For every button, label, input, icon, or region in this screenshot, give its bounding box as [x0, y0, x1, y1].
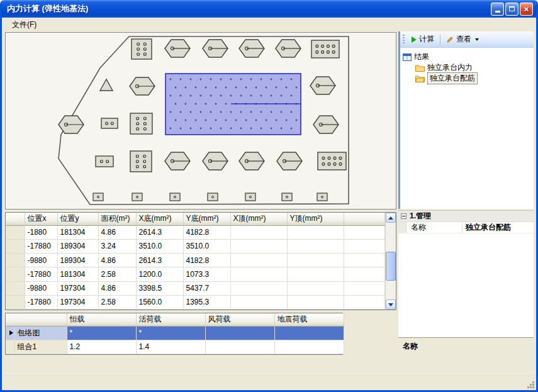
- table-cell[interactable]: 2.58: [98, 267, 136, 281]
- titlebar[interactable]: 内力计算 (弹性地基法) ×: [2, 0, 536, 18]
- tree-item-peijin[interactable]: 独立承台配筋: [403, 73, 531, 84]
- table-cell[interactable]: [287, 225, 344, 239]
- pile-cap-rect[interactable]: [130, 151, 152, 172]
- table-cell[interactable]: 181304: [57, 225, 98, 239]
- table-cell[interactable]: -17880: [25, 267, 57, 281]
- pile-cap-rect[interactable]: [318, 152, 346, 170]
- table-cell[interactable]: 1.4: [136, 340, 205, 354]
- table-cell[interactable]: *: [136, 326, 205, 340]
- table-cell[interactable]: [230, 254, 287, 267]
- table-cell[interactable]: 189304: [57, 254, 98, 267]
- scrollbar-track[interactable]: [386, 223, 396, 300]
- table-cell[interactable]: [230, 281, 287, 295]
- pile-cap-rect[interactable]: [101, 118, 118, 128]
- minimize-button[interactable]: [491, 3, 504, 16]
- pile-marker[interactable]: [170, 193, 180, 201]
- column-header[interactable]: Y顶(mm²): [287, 213, 344, 225]
- table-cell[interactable]: [274, 340, 344, 354]
- table-cell[interactable]: -9880: [25, 281, 57, 295]
- property-value[interactable]: 独立承台配筋: [462, 222, 534, 233]
- table-cell[interactable]: -9880: [25, 254, 57, 267]
- row-header[interactable]: [6, 281, 25, 295]
- table-cell[interactable]: 4182.8: [183, 254, 230, 267]
- table-cell[interactable]: 2614.3: [136, 254, 183, 267]
- column-header[interactable]: 位置x: [25, 213, 57, 225]
- row-header[interactable]: [6, 239, 25, 253]
- site-plan-panel[interactable]: [5, 32, 396, 210]
- pile-marker[interactable]: [317, 193, 327, 201]
- collapse-icon[interactable]: [401, 213, 406, 219]
- column-header[interactable]: Y底(mm²): [183, 213, 230, 225]
- table-cell[interactable]: [287, 239, 344, 253]
- scroll-down-button[interactable]: [386, 300, 396, 310]
- table-cell[interactable]: [287, 281, 344, 295]
- table-cell[interactable]: 4182.8: [183, 225, 230, 239]
- table-cell[interactable]: 181304: [57, 267, 98, 281]
- combo-row-combo1[interactable]: 组合1 1.2 1.4: [6, 340, 344, 354]
- table-cell[interactable]: -17880: [25, 295, 57, 309]
- table-cell[interactable]: 1200.0: [136, 267, 183, 281]
- table-cell[interactable]: [274, 326, 344, 340]
- pile-cap-rect[interactable]: [130, 113, 152, 134]
- row-indicator[interactable]: [6, 326, 14, 340]
- pile-marker[interactable]: [208, 193, 218, 201]
- table-cell[interactable]: 1395.3: [183, 295, 230, 309]
- table-row[interactable]: -17880 197304 2.58 1560.0 1395.3: [6, 295, 385, 309]
- table-cell[interactable]: -17880: [25, 239, 57, 253]
- row-header[interactable]: [6, 254, 25, 267]
- table-cell[interactable]: 1560.0: [136, 295, 183, 309]
- table-cell[interactable]: [287, 267, 344, 281]
- table-cell[interactable]: 3510.0: [183, 239, 230, 253]
- table-row[interactable]: -17880 189304 3.24 3510.0 3510.0: [6, 239, 385, 253]
- table-cell[interactable]: *: [67, 326, 136, 340]
- row-header[interactable]: [6, 267, 25, 281]
- pile-cap-triangle[interactable]: [100, 79, 113, 91]
- column-header[interactable]: 位置y: [57, 213, 98, 225]
- table-cell[interactable]: [205, 326, 274, 340]
- table-row[interactable]: -9880 197304 4.86 3398.5 5437.7: [6, 281, 385, 295]
- table-cell[interactable]: -1880: [25, 225, 57, 239]
- column-header[interactable]: 地震荷载: [274, 313, 344, 326]
- table-cell[interactable]: 4.86: [98, 225, 136, 239]
- column-header[interactable]: 活荷载: [136, 313, 205, 326]
- scrollbar-thumb[interactable]: [386, 252, 396, 281]
- result-table-scrollbar[interactable]: [385, 213, 396, 310]
- table-cell[interactable]: 3398.5: [136, 281, 183, 295]
- view-button[interactable]: 查看: [443, 32, 482, 47]
- pile-cap-rect[interactable]: [132, 39, 152, 59]
- table-cell[interactable]: 197304: [57, 281, 98, 295]
- combo-row-label[interactable]: 组合1: [14, 340, 67, 354]
- combo-row-envelope[interactable]: 包络图 * *: [6, 326, 344, 340]
- pile-marker[interactable]: [282, 193, 292, 201]
- pile-cap-rect[interactable]: [96, 156, 113, 167]
- combo-row-label[interactable]: 包络图: [14, 326, 67, 340]
- table-cell[interactable]: [230, 295, 287, 309]
- pile-marker[interactable]: [93, 193, 103, 201]
- column-header[interactable]: 风荷载: [205, 313, 274, 326]
- column-header[interactable]: X底(mm²): [136, 213, 183, 225]
- pile-cap-rect[interactable]: [311, 40, 339, 58]
- table-cell[interactable]: [205, 340, 274, 354]
- maximize-button[interactable]: [505, 3, 518, 16]
- table-cell[interactable]: 4.86: [98, 281, 136, 295]
- table-cell[interactable]: 1.2: [67, 340, 136, 354]
- table-cell[interactable]: 197304: [57, 295, 98, 309]
- table-cell[interactable]: 189304: [57, 239, 98, 253]
- table-cell[interactable]: [230, 225, 287, 239]
- property-group-header[interactable]: 1.管理: [398, 211, 534, 222]
- table-cell[interactable]: [230, 267, 287, 281]
- table-row[interactable]: -17880 181304 2.58 1200.0 1073.3: [6, 267, 385, 281]
- property-row[interactable]: 名称 独立承台配筋: [398, 222, 534, 233]
- tree-item-neili[interactable]: 独立承台内力: [403, 62, 531, 73]
- row-header[interactable]: [6, 225, 25, 239]
- pile-marker[interactable]: [132, 193, 142, 201]
- calculate-button[interactable]: 计算: [408, 32, 437, 47]
- resize-grip-icon[interactable]: [532, 386, 534, 388]
- table-cell[interactable]: [287, 295, 344, 309]
- table-cell[interactable]: 1073.3: [183, 267, 230, 281]
- table-cell[interactable]: 5437.7: [183, 281, 230, 295]
- close-button[interactable]: ×: [520, 3, 533, 16]
- row-indicator[interactable]: [6, 340, 14, 354]
- column-header[interactable]: 恒载: [67, 313, 136, 326]
- column-header[interactable]: 面积(m²): [98, 213, 136, 225]
